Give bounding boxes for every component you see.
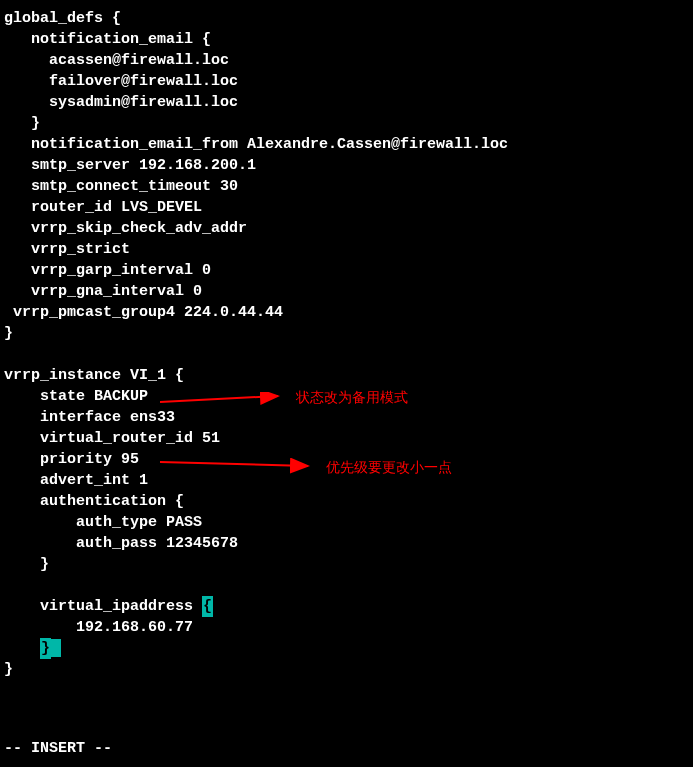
config-line: } [4, 659, 693, 680]
config-line: virtual_ipaddress { [4, 596, 693, 617]
config-line: } [4, 554, 693, 575]
editor-viewport[interactable]: global_defs { notification_email { acass… [4, 8, 693, 680]
config-line: smtp_connect_timeout 30 [4, 176, 693, 197]
config-line: failover@firewall.loc [4, 71, 693, 92]
config-line: notification_email_from Alexandre.Cassen… [4, 134, 693, 155]
config-line: } [4, 638, 693, 659]
config-line [4, 344, 693, 365]
config-line: smtp_server 192.168.200.1 [4, 155, 693, 176]
config-line: 192.168.60.77 [4, 617, 693, 638]
config-line: } [4, 113, 693, 134]
config-line: auth_type PASS [4, 512, 693, 533]
config-line: acassen@firewall.loc [4, 50, 693, 71]
config-line: } [4, 323, 693, 344]
config-line: vrrp_instance VI_1 { [4, 365, 693, 386]
config-line: global_defs { [4, 8, 693, 29]
config-line: vrrp_strict [4, 239, 693, 260]
config-line: vrrp_gna_interval 0 [4, 281, 693, 302]
config-line: sysadmin@firewall.loc [4, 92, 693, 113]
config-line: notification_email { [4, 29, 693, 50]
annotation-state: 状态改为备用模式 [296, 388, 408, 408]
config-line: vrrp_pmcast_group4 224.0.44.44 [4, 302, 693, 323]
config-line: auth_pass 12345678 [4, 533, 693, 554]
config-line: interface ens33 [4, 407, 693, 428]
bracket-match-open: { [202, 596, 213, 617]
bracket-match-close: } [40, 638, 51, 659]
cursor [51, 639, 61, 657]
config-line [4, 575, 693, 596]
config-line: vrrp_skip_check_adv_addr [4, 218, 693, 239]
vim-mode-indicator: -- INSERT -- [4, 738, 112, 759]
config-line: router_id LVS_DEVEL [4, 197, 693, 218]
config-line: vrrp_garp_interval 0 [4, 260, 693, 281]
annotation-priority: 优先级要更改小一点 [326, 458, 452, 478]
config-line: authentication { [4, 491, 693, 512]
config-line: virtual_router_id 51 [4, 428, 693, 449]
